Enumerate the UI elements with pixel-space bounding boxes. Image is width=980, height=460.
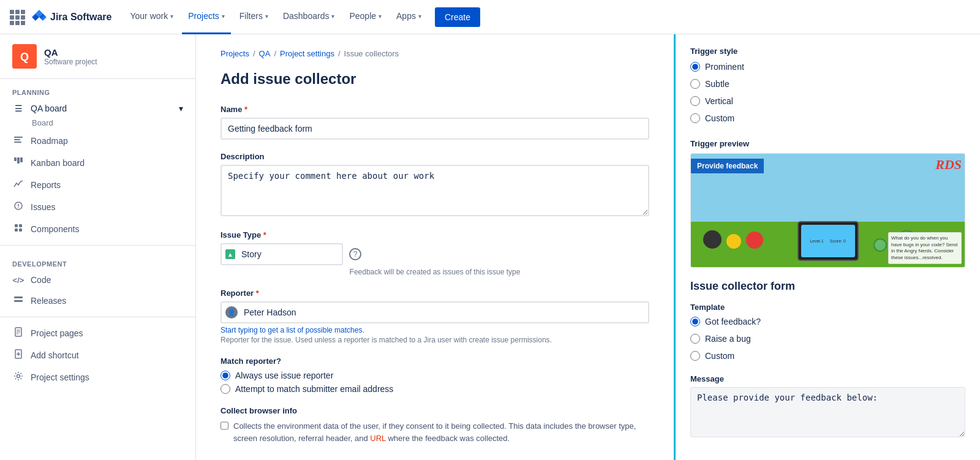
story-icon: ▲ [225, 249, 235, 259]
message-label: Message [690, 374, 965, 383]
breadcrumb-projects[interactable]: Projects [221, 49, 249, 58]
trigger-custom[interactable]: Custom [690, 113, 965, 123]
description-field: Description Specify your comment here ab… [221, 152, 649, 218]
development-label: DEVELOPMENT [0, 251, 195, 270]
sidebar-item-label: Reports [31, 180, 183, 190]
pages-icon [12, 327, 24, 339]
sidebar-item-code[interactable]: </> Code [0, 270, 195, 290]
sidebar-item-label: Roadmap [31, 136, 183, 146]
nav-apps[interactable]: Apps ▾ [390, 0, 428, 34]
chevron-down-icon: ▾ [379, 13, 382, 20]
svg-rect-3 [14, 139, 20, 140]
chevron-down-icon: ▾ [170, 13, 173, 20]
template-raise-bug[interactable]: Raise a bug [690, 334, 965, 344]
trigger-vertical-label: Vertical [705, 96, 733, 106]
template-custom[interactable]: Custom [690, 351, 965, 361]
sidebar-item-qa-board[interactable]: ☰ QA board ▾ [0, 99, 195, 118]
roadmap-icon [12, 135, 24, 147]
sidebar-item-project-pages[interactable]: Project pages [0, 322, 195, 344]
jira-logo[interactable]: Jira Software [32, 10, 111, 25]
svg-rect-7 [20, 157, 23, 162]
help-icon[interactable]: ? [349, 248, 361, 260]
trigger-subtle-radio[interactable] [690, 79, 700, 89]
collect-browser-row: Collects the environment data of the use… [221, 420, 649, 444]
trigger-preview: Provide feedback RDS [690, 153, 965, 268]
nav-filters[interactable]: Filters ▾ [233, 0, 274, 34]
project-info: QA Software project [44, 47, 183, 66]
app-grid-button[interactable] [10, 10, 24, 25]
issue-type-select[interactable]: Story Bug Task Epic [221, 243, 343, 265]
collect-browser-checkbox[interactable] [221, 421, 228, 430]
match-attempt-radio[interactable] [221, 384, 230, 394]
breadcrumb-qa[interactable]: QA [259, 49, 271, 58]
match-always-radio[interactable] [221, 371, 230, 380]
template-raise-bug-radio[interactable] [690, 334, 700, 344]
message-textarea[interactable]: Please provide your feedback below: [690, 387, 965, 437]
trigger-prominent-label: Prominent [705, 62, 744, 72]
svg-rect-12 [19, 224, 22, 227]
trigger-vertical[interactable]: Vertical [690, 96, 965, 106]
nav-your-work[interactable]: Your work ▾ [124, 0, 179, 34]
provide-feedback-btn[interactable]: Provide feedback [691, 159, 764, 173]
breadcrumb: Projects / QA / Project settings / Issue… [221, 49, 649, 58]
reporter-avatar: 👤 [225, 306, 238, 319]
code-icon: </> [12, 276, 24, 285]
grid-icon [10, 10, 24, 25]
main-content: Projects / QA / Project settings / Issue… [196, 34, 980, 460]
sidebar-item-issues[interactable]: Issues [0, 196, 195, 218]
sidebar-item-components[interactable]: Components [0, 218, 195, 240]
game-scene: Provide feedback RDS [691, 154, 965, 267]
pig-small [873, 238, 887, 252]
rds-logo: RDS [935, 157, 962, 173]
chevron-down-icon: ▾ [179, 104, 183, 113]
match-always-option[interactable]: Always use issue reporter [221, 371, 649, 380]
name-label: Name * [221, 105, 649, 114]
template-got-feedback-radio[interactable] [690, 317, 700, 326]
sidebar-item-roadmap[interactable]: Roadmap [0, 130, 195, 152]
releases-icon [12, 295, 24, 307]
reporter-input-wrapper: 👤 [221, 301, 649, 323]
trigger-custom-label: Custom [705, 113, 734, 123]
trigger-subtle[interactable]: Subtle [690, 79, 965, 89]
trigger-custom-radio[interactable] [690, 113, 700, 123]
game-birds [703, 230, 763, 249]
sidebar-item-project-settings[interactable]: Project settings [0, 366, 195, 388]
svg-rect-2 [14, 137, 23, 138]
sidebar-item-kanban[interactable]: Kanban board [0, 152, 195, 174]
template-custom-radio[interactable] [690, 351, 700, 361]
trigger-prominent[interactable]: Prominent [690, 62, 965, 72]
template-options: Got feedback? Raise a bug Custom [690, 317, 965, 364]
issue-type-hint: Feedback will be created as issues of th… [221, 268, 649, 276]
sidebar-item-label: Kanban board [31, 158, 183, 168]
breadcrumb-project-settings[interactable]: Project settings [280, 49, 334, 58]
logo-text: Jira Software [50, 12, 111, 23]
trigger-options: Prominent Subtle Vertical Custom [690, 62, 965, 127]
match-attempt-option[interactable]: Attempt to match submitter email address [221, 384, 649, 394]
sidebar-item-reports[interactable]: Reports [0, 174, 195, 196]
project-avatar: Q [12, 44, 37, 69]
name-input[interactable] [221, 118, 649, 140]
nav-people[interactable]: People ▾ [343, 0, 388, 34]
create-button[interactable]: Create [435, 7, 480, 27]
match-attempt-label: Attempt to match submitter email address [235, 384, 393, 394]
kanban-icon [12, 157, 24, 169]
sidebar-item-label: Project pages [31, 328, 183, 338]
sidebar-item-releases[interactable]: Releases [0, 290, 195, 312]
sidebar-board-sub[interactable]: Board [0, 118, 195, 130]
trigger-prominent-radio[interactable] [690, 62, 700, 72]
svg-rect-11 [15, 224, 18, 227]
svg-text:Q: Q [20, 51, 29, 63]
trigger-vertical-radio[interactable] [690, 96, 700, 106]
template-custom-label: Custom [705, 351, 734, 361]
match-reporter-section: Match reporter? Always use issue reporte… [221, 356, 649, 394]
sidebar-item-add-shortcut[interactable]: Add shortcut [0, 344, 195, 366]
description-textarea[interactable]: Specify your comment here about our work [221, 165, 649, 216]
template-got-feedback[interactable]: Got feedback? [690, 317, 965, 326]
template-raise-bug-label: Raise a bug [705, 334, 751, 344]
collect-browser-url-link[interactable]: URL [370, 434, 386, 443]
nav-dashboards[interactable]: Dashboards ▾ [277, 0, 341, 34]
reports-icon [12, 179, 24, 191]
nav-projects[interactable]: Projects ▾ [182, 0, 231, 34]
reporter-input[interactable] [221, 301, 649, 323]
trigger-subtle-label: Subtle [705, 79, 729, 89]
